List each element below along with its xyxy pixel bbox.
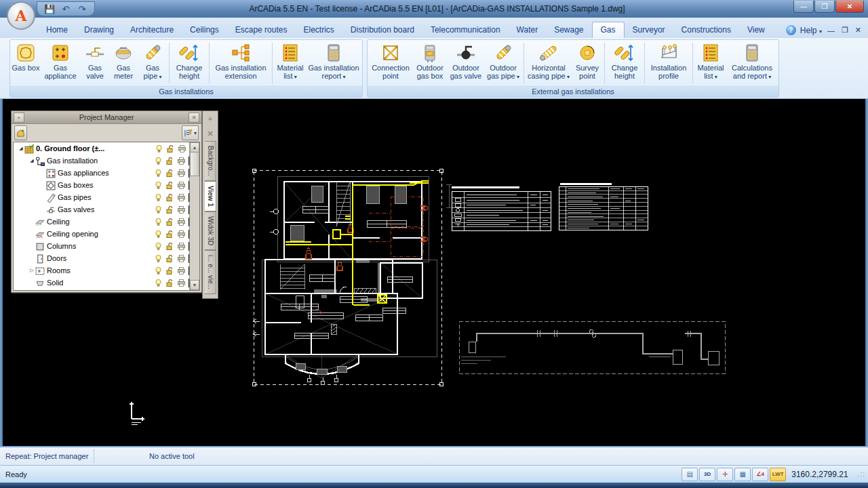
gas-appliance-button[interactable]: Gas appliance [40,41,81,85]
floor-plan[interactable] [253,176,452,385]
view-tab-backgro[interactable]: Backgro... [205,141,216,181]
project-tree-toggle-icon[interactable]: ▤ [682,468,698,481]
snap-points-toggle-icon[interactable]: ✛ [717,468,733,481]
printer-icon[interactable] [178,144,186,153]
selection-boundary[interactable] [252,169,443,386]
material-table-1[interactable] [452,186,551,230]
lock-icon[interactable] [165,193,174,202]
resize-grip[interactable]: .:: [858,470,865,478]
lock-icon[interactable] [166,144,175,153]
lock-icon[interactable] [165,254,174,263]
visibility-bulb-icon[interactable] [154,218,163,226]
lock-icon[interactable] [165,169,174,178]
installation-profile-button[interactable]: Installation profile [646,41,691,85]
visibility-bulb-icon[interactable] [154,230,163,239]
calculations-and-report-button[interactable]: Calculations and report ▾ [727,41,777,85]
printer-icon[interactable] [177,181,186,190]
view-tab-view-1[interactable]: View 1 [205,181,216,211]
horizontal-casing-pipe-button[interactable]: Horizontal casing pipe ▾ [526,41,572,85]
tab-distribution-board[interactable]: Distribution board [342,22,422,38]
drawing-workspace[interactable]: ▪ Project Manager ✕ ▾ [3,99,865,446]
tab-view[interactable]: View [739,22,773,38]
gas-installation-report-button[interactable]: Gas installation report ▾ [307,41,361,85]
outdoor-gas-box-button[interactable]: Outdoor gas box [412,41,448,85]
tree-row-gas-boxes[interactable]: Gas boxes [14,179,199,191]
gas-meter-button[interactable]: Gas meter [109,41,138,85]
undo-icon[interactable]: ↶ [60,3,71,14]
add-view-button[interactable]: + [204,113,216,125]
tab-architecture[interactable]: Architecture [122,22,182,38]
visibility-bulb-icon[interactable] [154,181,163,190]
tree-row-doors[interactable]: Doors [14,252,199,264]
printer-icon[interactable] [177,279,186,287]
tree-row-gas-pipes[interactable]: Gas pipes [14,191,199,203]
printer-icon[interactable] [177,218,186,226]
installation-profile-drawing[interactable] [459,321,725,373]
tab-ceilings[interactable]: Ceilings [182,22,227,38]
tab-telecommunication[interactable]: Telecommunication [422,22,509,38]
printer-icon[interactable] [177,169,186,178]
printer-icon[interactable] [177,193,186,202]
add-building-button[interactable] [14,125,27,140]
tab-sewage[interactable]: Sewage [546,22,591,38]
help-menu[interactable]: Help ▾ [800,26,822,35]
gas-valve-button[interactable]: Gas valve [81,41,109,85]
tree-row-0-ground-floor[interactable]: ◢0. Ground floor (±... [14,142,199,155]
expand-arrow-icon[interactable]: ▷ [28,268,35,273]
tab-surveyor[interactable]: Surveyor [625,22,673,38]
help-icon[interactable]: ? [786,25,796,35]
view-tab-i-e-vie[interactable]: i... e... vie... [205,250,216,294]
tab-gas[interactable]: Gas [592,22,625,38]
lock-icon[interactable] [165,279,174,287]
panel-close-icon[interactable]: ✕ [189,113,199,123]
tree-row-rooms[interactable]: ▷Rooms [14,264,199,277]
printer-icon[interactable] [177,205,186,214]
lock-icon[interactable] [165,205,174,214]
survey-point-button[interactable]: Survey point [572,41,603,85]
visibility-bulb-icon[interactable] [154,169,163,178]
tree-row-gas-installation[interactable]: ◢Gas installation [14,155,199,167]
scroll-up-icon[interactable]: ▲ [190,142,199,152]
tree-row-ceiling[interactable]: Ceiling [14,216,199,228]
tree-row-ceiling-opening[interactable]: Ceiling opening [14,228,199,240]
panel-menu-icon[interactable]: ▪ [14,113,24,123]
outdoor-gas-pipe-button[interactable]: Outdoor gas pipe ▾ [484,41,522,85]
project-manager-titlebar[interactable]: ▪ Project Manager ✕ [12,111,201,124]
scroll-down-icon[interactable]: ▼ [190,280,199,290]
close-button[interactable]: ✕ [835,1,864,13]
expand-arrow-icon[interactable]: ◢ [18,146,24,151]
lock-icon[interactable] [165,266,174,275]
visibility-bulb-icon[interactable] [154,242,163,251]
visibility-bulb-icon[interactable] [154,279,163,287]
visibility-bulb-icon[interactable] [154,254,163,263]
project-tree[interactable]: ◢0. Ground floor (±...◢Gas installationG… [13,142,200,291]
tab-drawing[interactable]: Drawing [76,22,122,38]
gas-installation-extension-button[interactable]: Gas installation extension [211,41,271,85]
tree-row-gas-appliances[interactable]: Gas appliances [14,167,199,179]
material-table-2[interactable] [559,183,648,230]
angle-toggle-icon[interactable]: ∠4 [752,468,768,481]
tree-row-columns[interactable]: Columns [14,240,199,252]
3d-view-toggle-icon[interactable]: 3D [699,468,715,481]
tab-home[interactable]: Home [38,22,76,38]
scroll-thumb[interactable] [190,152,199,176]
grid-toggle-icon[interactable]: ▦ [734,468,751,481]
printer-icon[interactable] [177,157,186,165]
tree-row-gas-valves[interactable]: Gas valves [14,203,199,216]
tab-electrics[interactable]: Electrics [295,22,342,38]
filter-button[interactable]: ▾ [182,125,199,140]
gas-pipe-button[interactable]: Gas pipe ▾ [138,41,167,85]
material-list-button[interactable]: Material list ▾ [274,41,307,85]
tab-constructions[interactable]: Constructions [673,22,739,38]
visibility-bulb-icon[interactable] [154,193,163,202]
maximize-button[interactable]: ❐ [814,1,835,13]
lock-icon[interactable] [165,157,174,165]
lock-icon[interactable] [165,181,174,190]
doc-minimize-button[interactable]: — [826,26,836,35]
lwt-toggle-icon[interactable]: LWT [770,468,786,481]
gas-box-button[interactable]: Gas box [12,41,40,85]
tree-row-solid[interactable]: Solid [14,277,199,289]
close-view-button[interactable]: ✕ [204,127,216,140]
repeat-command[interactable]: Repeat: Project manager [0,452,94,460]
expand-arrow-icon[interactable]: ◢ [28,158,35,163]
